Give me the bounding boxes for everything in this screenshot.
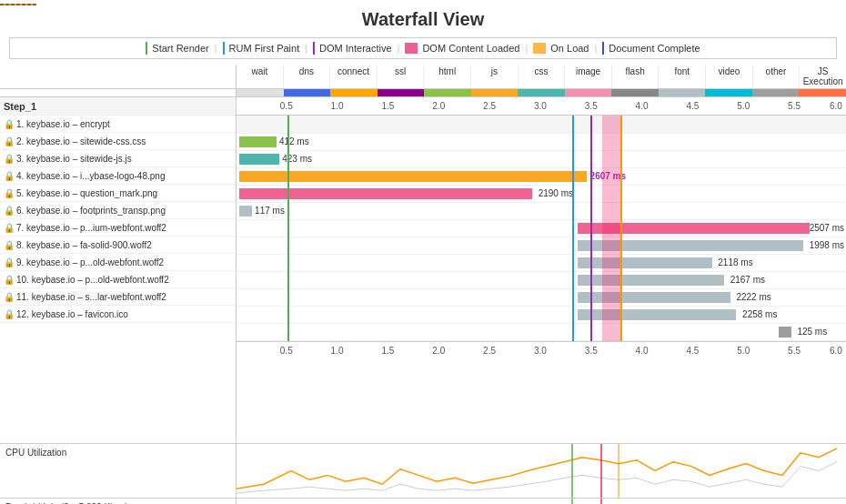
bandwidth-chart: [237, 499, 846, 504]
marker-rum-first-paint: [572, 116, 574, 341]
bandwidth-panel: Bandwidth In (0 – 5,000 Kbps): [0, 499, 846, 504]
bottom-panels: CPU Utilization Bandwidth In (0 – 5,000 …: [0, 443, 846, 504]
marker-dom-content-loaded: [602, 116, 620, 341]
marker-start-render: [287, 116, 289, 341]
bandwidth-label: Bandwidth In (0 – 5,000 Kbps): [0, 499, 237, 504]
marker-on-load: [620, 116, 622, 341]
marker-dom-interactive: [590, 116, 592, 341]
